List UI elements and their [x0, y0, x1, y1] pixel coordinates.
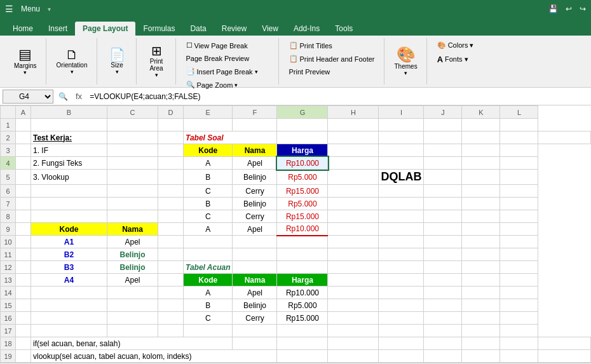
- cell-g12[interactable]: [277, 261, 328, 274]
- cell-c11[interactable]: Belinjo: [107, 248, 158, 261]
- cell-l14[interactable]: [500, 286, 538, 299]
- cell-f17[interactable]: [233, 325, 277, 337]
- cell-e10[interactable]: [184, 236, 233, 248]
- cell-c1[interactable]: [107, 119, 158, 131]
- cell-b12[interactable]: B3: [31, 261, 107, 274]
- cell-h2[interactable]: [379, 131, 424, 144]
- cell-d13[interactable]: [158, 274, 184, 286]
- cell-b18[interactable]: if(sel acuan, benar, salah): [31, 337, 233, 350]
- cell-g1[interactable]: [277, 119, 328, 131]
- cell-b5[interactable]: 3. Vlookup: [31, 170, 107, 185]
- cell-e8[interactable]: C: [184, 210, 233, 223]
- cell-h9[interactable]: [328, 223, 379, 236]
- cell-i9[interactable]: [379, 223, 424, 236]
- cell-c16[interactable]: [107, 312, 158, 325]
- tab-home[interactable]: Home: [5, 22, 41, 36]
- cell-c8[interactable]: [107, 210, 158, 223]
- cell-a5[interactable]: [16, 170, 31, 185]
- cell-h16[interactable]: [328, 312, 379, 325]
- col-l[interactable]: L: [500, 106, 538, 119]
- cell-j18[interactable]: [538, 337, 591, 350]
- cell-l15[interactable]: [500, 299, 538, 312]
- cell-j4[interactable]: [424, 157, 462, 170]
- cell-j11[interactable]: [424, 248, 462, 261]
- print-preview-btn[interactable]: Print Preview: [285, 66, 379, 78]
- cell-h17[interactable]: [328, 325, 379, 337]
- cell-f14[interactable]: Apel: [233, 286, 277, 299]
- cell-d9[interactable]: [158, 223, 184, 236]
- cell-e11[interactable]: [184, 248, 233, 261]
- cell-i18[interactable]: [500, 337, 538, 350]
- cell-k13[interactable]: [462, 274, 500, 286]
- cell-g8[interactable]: Rp15.000: [277, 210, 328, 223]
- tab-tools[interactable]: Tools: [327, 22, 360, 36]
- cell-f11[interactable]: [233, 248, 277, 261]
- cell-c14[interactable]: [107, 286, 158, 299]
- col-c[interactable]: C: [107, 106, 158, 119]
- cell-f19[interactable]: [424, 350, 462, 363]
- cell-e2[interactable]: Tabel Soal: [184, 131, 277, 144]
- cell-f12[interactable]: [233, 261, 277, 274]
- page-break-preview-btn[interactable]: Page Break Preview: [182, 53, 273, 64]
- cell-c12[interactable]: Belinjo: [107, 261, 158, 274]
- themes-btn[interactable]: 🎨 Themes ▾: [391, 44, 421, 79]
- cell-g5[interactable]: Rp5.000: [277, 170, 328, 185]
- cell-i12[interactable]: [379, 261, 424, 274]
- cell-k5[interactable]: [462, 170, 500, 185]
- cell-k14[interactable]: [462, 286, 500, 299]
- cell-h8[interactable]: [328, 210, 379, 223]
- cell-c10[interactable]: Apel: [107, 236, 158, 248]
- cell-g9[interactable]: Rp10.000: [277, 223, 328, 236]
- cell-b19[interactable]: vlookup(sel acuan, tabel acuan, kolom, i…: [31, 350, 277, 363]
- cell-f3[interactable]: Nama: [233, 144, 277, 157]
- cell-b9[interactable]: Kode: [31, 223, 107, 236]
- cell-h10[interactable]: [328, 236, 379, 248]
- cell-c15[interactable]: [107, 299, 158, 312]
- cell-d1[interactable]: [158, 119, 184, 131]
- cell-b3[interactable]: 1. IF: [31, 144, 107, 157]
- cell-d6[interactable]: [158, 185, 184, 198]
- print-area-btn[interactable]: ⊞ PrintArea ▾: [144, 42, 169, 81]
- cell-h15[interactable]: [328, 299, 379, 312]
- cell-b6[interactable]: [31, 185, 107, 198]
- cell-k8[interactable]: [462, 210, 500, 223]
- cell-f2[interactable]: [277, 131, 328, 144]
- cell-l12[interactable]: [500, 261, 538, 274]
- cell-k3[interactable]: [462, 144, 500, 157]
- cell-e14[interactable]: A: [184, 286, 233, 299]
- cell-i2[interactable]: [424, 131, 462, 144]
- cell-d3[interactable]: [158, 144, 184, 157]
- cell-f9[interactable]: Apel: [233, 223, 277, 236]
- cell-k6[interactable]: [462, 185, 500, 198]
- cell-j1[interactable]: [424, 119, 462, 131]
- cell-c7[interactable]: [107, 198, 158, 210]
- cell-b1[interactable]: [31, 119, 107, 131]
- cell-g19[interactable]: [462, 350, 500, 363]
- cell-g17[interactable]: [277, 325, 328, 337]
- cell-e3[interactable]: Kode: [184, 144, 233, 157]
- cell-e5[interactable]: B: [184, 170, 233, 185]
- tab-page-layout[interactable]: Page Layout: [75, 22, 135, 36]
- cell-f8[interactable]: Cerry: [233, 210, 277, 223]
- cell-g2[interactable]: [328, 131, 379, 144]
- cell-j7[interactable]: [424, 198, 462, 210]
- tab-data[interactable]: Data: [182, 22, 214, 36]
- cell-j13[interactable]: [424, 274, 462, 286]
- cell-a19[interactable]: [16, 350, 31, 363]
- cell-b17[interactable]: [31, 325, 107, 337]
- cell-l3[interactable]: [500, 144, 538, 157]
- cell-a8[interactable]: [16, 210, 31, 223]
- cell-l17[interactable]: [500, 325, 538, 337]
- cell-i4[interactable]: [379, 157, 424, 170]
- cell-j3[interactable]: [424, 144, 462, 157]
- quick-save-icon[interactable]: 💾: [548, 4, 558, 13]
- cell-f10[interactable]: [233, 236, 277, 248]
- cell-c3[interactable]: [107, 144, 158, 157]
- cell-j9[interactable]: [424, 223, 462, 236]
- cell-d4[interactable]: [158, 157, 184, 170]
- cell-d11[interactable]: [158, 248, 184, 261]
- cell-l13[interactable]: [500, 274, 538, 286]
- cell-d7[interactable]: [158, 198, 184, 210]
- cell-a7[interactable]: [16, 198, 31, 210]
- cell-d19[interactable]: [328, 350, 379, 363]
